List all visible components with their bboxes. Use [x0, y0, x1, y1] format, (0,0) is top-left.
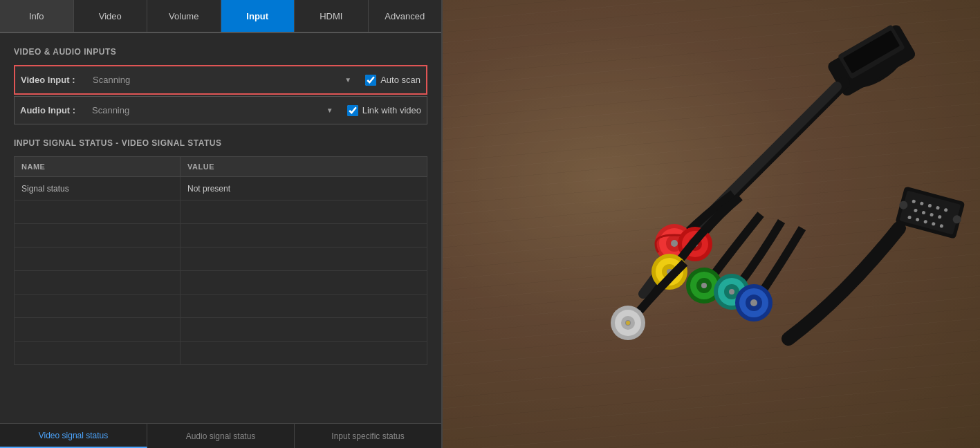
tab-advanced[interactable]: Advanced: [369, 0, 442, 32]
signal-name-cell: [15, 295, 181, 318]
signal-value-cell: [181, 248, 427, 271]
table-row: [15, 342, 427, 365]
bottom-tab-input-specific[interactable]: Input specific status: [295, 424, 441, 448]
signal-name-cell: [15, 318, 181, 342]
video-input-select[interactable]: Scanning: [90, 73, 344, 86]
signal-table: NAME VALUE Signal statusNot present: [14, 156, 427, 365]
link-with-video-label: Link with video: [362, 105, 421, 115]
signal-name-cell: [15, 224, 181, 248]
col-header-value: VALUE: [181, 157, 427, 177]
signal-value-cell: [181, 318, 427, 342]
audio-input-dropdown-arrow: ▼: [326, 106, 333, 114]
video-input-label: Video Input :: [21, 75, 90, 85]
signal-value-cell: Not present: [181, 177, 427, 200]
table-row: [15, 318, 427, 342]
bottom-tab-audio-signal[interactable]: Audio signal status: [147, 424, 295, 448]
signal-name-cell: [15, 200, 181, 224]
signal-value-cell: [181, 295, 427, 318]
audio-input-select[interactable]: Scanning: [89, 104, 326, 117]
link-video-group: Link with video: [347, 105, 421, 116]
col-header-name: NAME: [15, 157, 181, 177]
signal-value-cell: [181, 224, 427, 248]
auto-scan-group: Auto scan: [365, 75, 420, 86]
tab-hdmi[interactable]: HDMI: [295, 0, 369, 32]
signal-value-cell: [181, 200, 427, 224]
signal-value-cell: [181, 271, 427, 295]
svg-point-20: [701, 283, 707, 288]
audio-input-row: Audio Input : Scanning ▼ Link with video: [14, 96, 427, 124]
left-panel: Info Video Volume Input HDMI Advanced VI…: [0, 0, 443, 448]
audio-input-label: Audio Input :: [20, 105, 89, 115]
signal-name-cell: Signal status: [15, 177, 181, 200]
tab-info[interactable]: Info: [0, 0, 74, 32]
tab-video[interactable]: Video: [74, 0, 148, 32]
inputs-section-header: VIDEO & AUDIO INPUTS: [14, 47, 427, 57]
bottom-tab-video-signal[interactable]: Video signal status: [0, 424, 147, 448]
signal-section-header: INPUT SIGNAL STATUS - VIDEO SIGNAL STATU…: [14, 138, 427, 148]
signal-name-cell: [15, 342, 181, 365]
signal-section: INPUT SIGNAL STATUS - VIDEO SIGNAL STATU…: [14, 138, 427, 365]
svg-point-24: [729, 289, 734, 295]
table-row: [15, 200, 427, 224]
video-input-row: Video Input : Scanning ▼ Auto scan: [14, 65, 427, 95]
signal-name-cell: [15, 271, 181, 295]
cables-illustration: [443, 0, 980, 448]
signal-name-cell: [15, 248, 181, 271]
content-area: VIDEO & AUDIO INPUTS Video Input : Scann…: [0, 33, 441, 423]
table-row: [15, 248, 427, 271]
svg-point-8: [671, 240, 678, 247]
table-row: [15, 295, 427, 318]
signal-value-cell: [181, 342, 427, 365]
svg-point-33: [626, 321, 630, 325]
auto-scan-label: Auto scan: [380, 75, 420, 85]
bottom-tabs: Video signal status Audio signal status …: [0, 423, 441, 448]
svg-point-28: [750, 299, 757, 306]
tab-bar: Info Video Volume Input HDMI Advanced: [0, 0, 441, 33]
inputs-section: VIDEO & AUDIO INPUTS Video Input : Scann…: [14, 47, 427, 124]
tab-input[interactable]: Input: [221, 0, 295, 32]
photo-background: [443, 0, 980, 448]
auto-scan-checkbox[interactable]: [365, 75, 376, 86]
link-with-video-checkbox[interactable]: [347, 105, 358, 116]
video-input-dropdown-arrow: ▼: [344, 76, 351, 84]
tab-volume[interactable]: Volume: [147, 0, 221, 32]
table-row: [15, 271, 427, 295]
right-panel: [443, 0, 980, 448]
table-row: [15, 224, 427, 248]
table-row: Signal statusNot present: [15, 177, 427, 200]
